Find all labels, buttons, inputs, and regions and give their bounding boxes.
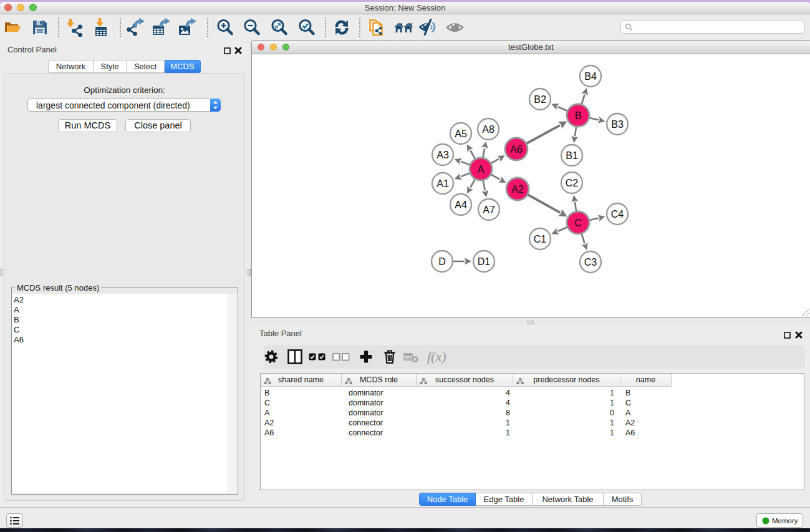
svg-text:B3: B3 xyxy=(611,119,624,130)
svg-text:B1: B1 xyxy=(566,150,578,161)
svg-text:A7: A7 xyxy=(483,205,495,215)
svg-text:B4: B4 xyxy=(584,71,597,82)
svg-text:C1: C1 xyxy=(534,234,547,244)
svg-text:C: C xyxy=(574,218,582,228)
svg-text:A1: A1 xyxy=(436,178,449,189)
svg-text:A5: A5 xyxy=(455,128,467,139)
svg-text:D1: D1 xyxy=(478,256,491,267)
svg-text:A3: A3 xyxy=(436,150,449,160)
svg-text:A2: A2 xyxy=(511,184,524,195)
svg-text:D: D xyxy=(438,256,446,267)
svg-text:A: A xyxy=(478,164,485,175)
svg-text:A6: A6 xyxy=(510,144,523,155)
svg-text:C4: C4 xyxy=(611,209,624,220)
svg-text:A8: A8 xyxy=(482,124,494,135)
svg-text:C3: C3 xyxy=(584,257,597,268)
svg-text:C2: C2 xyxy=(566,178,579,188)
svg-text:B2: B2 xyxy=(534,94,546,105)
svg-text:B: B xyxy=(575,110,582,121)
svg-text:A4: A4 xyxy=(455,200,467,210)
